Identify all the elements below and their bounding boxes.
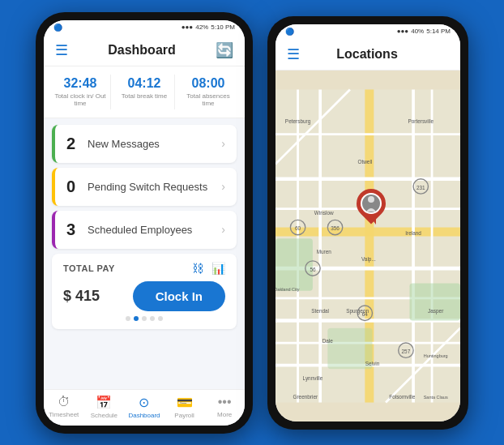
- svg-text:Jasper: Jasper: [428, 308, 444, 314]
- network-icon[interactable]: ⛓: [192, 262, 203, 275]
- refresh-icon[interactable]: 🔄: [216, 41, 233, 59]
- time-display: 5:14 PM: [426, 28, 451, 35]
- dot-1: [126, 316, 130, 321]
- svg-text:Muren: Muren: [317, 248, 332, 254]
- svg-text:Spurgeon: Spurgeon: [346, 308, 369, 314]
- status-icons: ●●● 40% 5:14 PM: [397, 28, 451, 35]
- svg-text:Selvin: Selvin: [365, 360, 380, 366]
- chevron-right-icon: ›: [221, 223, 225, 236]
- schedule-label: Schedule: [91, 412, 117, 419]
- stat-value-break: 04:12: [117, 76, 171, 91]
- pin-tip: [371, 218, 376, 225]
- scheduled-label: Scheduled Employees: [88, 224, 192, 236]
- nav-dashboard[interactable]: ⊙ Dashboard: [124, 395, 164, 419]
- stat-label-clock: Total clock in/ Out time: [53, 92, 107, 108]
- svg-text:Stendal: Stendal: [311, 308, 329, 314]
- battery-icon: 42%: [195, 24, 208, 31]
- status-icons: ●●● 42% 5:10 PM: [182, 24, 235, 31]
- card-left-switch: 0 Pending Switch Requests: [66, 178, 207, 196]
- svg-text:56: 56: [310, 266, 316, 272]
- nav-more[interactable]: ••• More: [204, 395, 245, 419]
- svg-text:Valp...: Valp...: [361, 255, 376, 262]
- svg-text:Huntingburg: Huntingburg: [424, 353, 448, 358]
- stat-clock-inout: 32:48 Total clock in/ Out time: [50, 75, 111, 109]
- svg-rect-18: [409, 283, 460, 320]
- pay-amount: $ 415: [63, 288, 100, 305]
- dot-2: [134, 316, 139, 321]
- stat-label-absences: Total absences time: [182, 92, 235, 108]
- menu-icon[interactable]: ☰: [287, 45, 300, 63]
- total-pay-header: TOTAL PAY ⛓ 📊: [63, 262, 225, 275]
- svg-text:356: 356: [331, 225, 340, 231]
- bluetooth-icon: 🔵: [285, 28, 294, 36]
- locations-top-nav: ☰ Locations: [275, 39, 460, 71]
- menu-icon[interactable]: ☰: [55, 41, 68, 59]
- stat-break: 04:12 Total break time: [114, 75, 175, 109]
- nav-schedule[interactable]: 📅 Schedule: [84, 395, 125, 419]
- bar-chart-icon[interactable]: 📊: [211, 262, 225, 275]
- locations-title: Locations: [336, 47, 398, 62]
- location-pin: [357, 189, 387, 225]
- svg-point-50: [368, 196, 374, 203]
- dot-4: [150, 316, 155, 321]
- nav-timesheet[interactable]: ⏱ Timesheet: [44, 395, 84, 419]
- bluetooth-icon: 🔵: [53, 24, 62, 32]
- svg-rect-17: [275, 238, 313, 290]
- messages-count: 2: [66, 135, 79, 153]
- svg-text:Winslow: Winslow: [314, 209, 334, 215]
- svg-text:257: 257: [402, 348, 411, 353]
- dashboard-label: Dashboard: [128, 412, 160, 419]
- svg-text:Dale: Dale: [322, 338, 334, 344]
- chevron-right-icon: ›: [221, 137, 225, 150]
- timesheet-label: Timesheet: [49, 411, 79, 418]
- switch-count: 0: [66, 178, 79, 196]
- svg-text:Greenbrier: Greenbrier: [293, 393, 318, 399]
- payroll-icon: 💳: [177, 395, 193, 410]
- pending-switch-card[interactable]: 0 Pending Switch Requests ›: [52, 168, 237, 206]
- person-icon: [363, 195, 379, 212]
- scheduled-employees-card[interactable]: 3 Scheduled Employees ›: [52, 211, 237, 249]
- svg-text:Oakland City: Oakland City: [275, 286, 300, 291]
- clock-in-button[interactable]: Clock In: [133, 281, 225, 311]
- dot-3: [142, 316, 147, 321]
- chevron-right-icon: ›: [221, 180, 225, 193]
- more-label: More: [217, 411, 232, 418]
- pin-avatar: [361, 193, 382, 214]
- stat-absences: 08:00 Total absences time: [178, 75, 238, 109]
- svg-text:Petersburg: Petersburg: [285, 118, 311, 124]
- messages-label: New Messages: [88, 138, 160, 150]
- stats-row: 32:48 Total clock in/ Out time 04:12 Tot…: [44, 66, 245, 118]
- map-svg: 356 56 257 231 60 64 Petersburg Portersv…: [275, 71, 460, 421]
- nav-payroll[interactable]: 💳 Payroll: [164, 395, 205, 419]
- svg-text:Otwell: Otwell: [357, 159, 372, 165]
- stat-label-break: Total break time: [117, 92, 171, 101]
- stat-value-clock: 32:48: [53, 76, 107, 91]
- total-pay-label: TOTAL PAY: [63, 263, 115, 273]
- status-bar: 🔵 ●●● 42% 5:10 PM: [44, 20, 245, 35]
- svg-text:Santa Claus: Santa Claus: [424, 394, 448, 399]
- dashboard-icon: ⊙: [139, 395, 149, 410]
- more-icon: •••: [218, 395, 232, 409]
- dashboard-content: 2 New Messages › 0 Pending Switch Reques…: [44, 118, 245, 389]
- clock-dots: [63, 316, 225, 321]
- pay-row: $ 415 Clock In: [63, 281, 225, 311]
- signal-icon: ●●●: [397, 28, 409, 35]
- map-container[interactable]: 356 56 257 231 60 64 Petersburg Portersv…: [275, 71, 460, 421]
- battery-icon: 40%: [411, 28, 424, 35]
- new-messages-card[interactable]: 2 New Messages ›: [52, 125, 237, 163]
- time-display: 5:10 PM: [211, 24, 235, 31]
- locations-status-bar: 🔵 ●●● 40% 5:14 PM: [275, 24, 460, 39]
- timesheet-icon: ⏱: [58, 395, 70, 409]
- top-nav-bar: ☰ Dashboard 🔄: [44, 35, 245, 66]
- dot-5: [158, 316, 163, 321]
- total-pay-section: TOTAL PAY ⛓ 📊 $ 415 Clock In: [52, 254, 237, 329]
- payroll-label: Payroll: [174, 412, 194, 419]
- scheduled-count: 3: [66, 220, 79, 239]
- svg-text:Ireland: Ireland: [405, 229, 421, 235]
- svg-text:231: 231: [416, 184, 425, 190]
- svg-text:60: 60: [295, 225, 301, 231]
- pay-icons: ⛓ 📊: [192, 262, 225, 275]
- stat-value-absences: 08:00: [182, 76, 235, 91]
- locations-screen: 🔵 ●●● 40% 5:14 PM ☰ Locations: [275, 24, 460, 421]
- schedule-icon: 📅: [96, 395, 112, 410]
